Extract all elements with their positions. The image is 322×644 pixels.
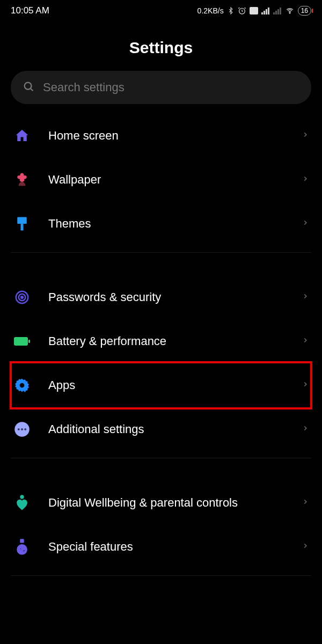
fingerprint-icon xyxy=(13,288,31,306)
svg-point-22 xyxy=(21,428,23,430)
settings-item-special-features[interactable]: Special features xyxy=(0,525,322,569)
flower-icon xyxy=(13,171,31,189)
search-icon xyxy=(23,80,34,94)
divider xyxy=(11,575,311,576)
svg-point-11 xyxy=(25,83,32,90)
svg-point-27 xyxy=(23,550,25,552)
settings-item-label: Home screen xyxy=(48,128,284,143)
settings-item-label: Passwords & security xyxy=(48,290,284,305)
settings-item-label: Apps xyxy=(48,378,284,393)
settings-item-label: Digital Wellbeing & parental controls xyxy=(48,495,284,510)
svg-point-26 xyxy=(17,544,27,555)
volte-icon xyxy=(250,7,258,14)
svg-point-19 xyxy=(20,383,25,388)
battery-indicator: 16 xyxy=(298,6,311,16)
search-bar[interactable] xyxy=(11,71,311,104)
settings-item-wallpaper[interactable]: Wallpaper xyxy=(0,158,322,202)
chevron-right-icon xyxy=(302,290,309,304)
net-speed: 0.2KB/s xyxy=(197,6,224,15)
chevron-right-icon xyxy=(302,334,309,348)
svg-point-21 xyxy=(18,428,20,430)
signal-secondary-icon xyxy=(273,7,282,14)
settings-list: Home screen Wallpaper Themes Passwords &… xyxy=(0,114,322,576)
settings-item-label: Wallpaper xyxy=(48,172,284,187)
wifi-icon xyxy=(285,7,295,14)
battery-icon xyxy=(13,332,31,350)
settings-item-home-screen[interactable]: Home screen xyxy=(0,114,322,158)
svg-point-24 xyxy=(20,495,24,499)
svg-rect-3 xyxy=(264,11,265,14)
settings-item-apps[interactable]: Apps xyxy=(0,363,322,407)
svg-rect-4 xyxy=(266,9,267,14)
svg-point-10 xyxy=(289,12,290,13)
settings-item-label: Battery & performance xyxy=(48,334,284,349)
status-bar: 10:05 AM 0.2KB/s 16 xyxy=(0,0,322,21)
bluetooth-icon xyxy=(227,6,235,15)
settings-item-label: Themes xyxy=(48,216,284,231)
settings-item-digital-wellbeing[interactable]: Digital Wellbeing & parental controls xyxy=(0,481,322,525)
chevron-right-icon xyxy=(302,173,309,187)
svg-point-16 xyxy=(21,296,23,298)
settings-item-battery-performance[interactable]: Battery & performance xyxy=(0,319,322,363)
chevron-right-icon xyxy=(302,129,309,143)
svg-rect-5 xyxy=(268,8,269,14)
divider xyxy=(11,458,311,458)
settings-item-additional-settings[interactable]: Additional settings xyxy=(0,407,322,451)
svg-point-28 xyxy=(20,548,21,550)
svg-rect-9 xyxy=(280,8,281,14)
gear-icon xyxy=(13,376,31,394)
svg-rect-6 xyxy=(273,12,275,14)
settings-item-themes[interactable]: Themes xyxy=(0,202,322,246)
chevron-right-icon xyxy=(302,422,309,436)
svg-rect-12 xyxy=(17,217,27,224)
more-icon xyxy=(13,420,31,438)
chevron-right-icon xyxy=(302,217,309,231)
heart-person-icon xyxy=(13,494,31,512)
chevron-right-icon xyxy=(302,540,309,554)
chevron-right-icon xyxy=(302,378,309,392)
svg-rect-2 xyxy=(261,12,263,14)
svg-rect-25 xyxy=(20,539,24,543)
svg-rect-1 xyxy=(250,7,258,14)
divider xyxy=(11,252,311,253)
svg-rect-8 xyxy=(277,9,279,14)
alarm-icon xyxy=(238,6,246,15)
svg-rect-18 xyxy=(28,340,30,343)
svg-rect-13 xyxy=(21,224,24,231)
spacer xyxy=(0,259,322,275)
status-icons: 0.2KB/s 16 xyxy=(197,6,311,16)
svg-rect-7 xyxy=(275,11,277,14)
house-icon xyxy=(13,127,31,145)
flask-icon xyxy=(13,538,31,556)
spacer xyxy=(0,465,322,481)
brush-icon xyxy=(13,215,31,233)
settings-item-passwords-security[interactable]: Passwords & security xyxy=(0,275,322,319)
svg-rect-17 xyxy=(14,337,28,346)
status-time: 10:05 AM xyxy=(11,5,49,16)
page-title: Settings xyxy=(0,21,322,71)
settings-item-label: Special features xyxy=(48,539,284,554)
signal-icon xyxy=(261,7,270,14)
settings-item-label: Additional settings xyxy=(48,422,284,437)
search-input[interactable] xyxy=(43,80,299,94)
chevron-right-icon xyxy=(302,496,309,510)
svg-point-23 xyxy=(24,428,26,430)
